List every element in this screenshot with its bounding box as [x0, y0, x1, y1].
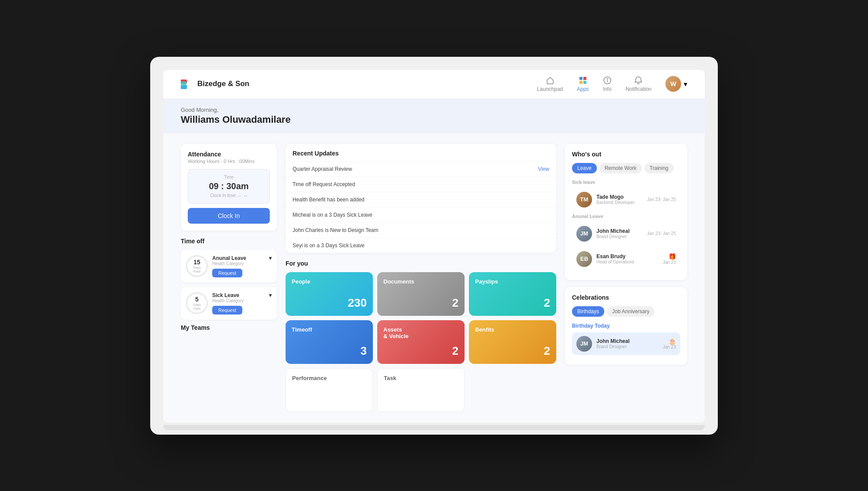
left-column: Attendance Working Hours - 0 Hrs : 00Min… [181, 144, 277, 412]
greeting-name: Williams Oluwadamilare [181, 114, 687, 125]
nav-apps[interactable]: Apps [577, 76, 589, 92]
birthday-today-label: Birthday Today [572, 323, 680, 329]
time-off-title: Time off [181, 238, 277, 245]
tab-training[interactable]: Training [644, 163, 674, 173]
sick-leave-circle: 5 Days Paid [186, 292, 208, 314]
bell-icon [634, 76, 643, 85]
recent-updates-title: Recent Updates [286, 144, 556, 161]
nav-launchpad[interactable]: Launchpad [537, 76, 563, 92]
tab-leave[interactable]: Leave [572, 163, 597, 173]
svg-rect-3 [579, 77, 582, 80]
annual-leave-info: Anunal Leave ▾ Health Category Request [212, 255, 272, 277]
person-tade-mogo: TM Tade Mogo Backend Developer Jan 23- J… [572, 188, 680, 211]
home-icon [546, 76, 555, 85]
update-item-0: Quarter Appraisal Review View [286, 161, 556, 176]
celebrations-card: Celebrations Birthdays Job Anniversary B… [565, 287, 687, 365]
whos-out-title: Who's out [572, 151, 680, 158]
update-item-5: Seyi is on a 3 Days Sick Leave [286, 238, 556, 253]
clock-in-time: Clock In time: -- : -- [193, 193, 264, 198]
sick-leave-info: Sick Leave ▾ Health Category Request [212, 292, 272, 315]
tile-timeoff[interactable]: Timeoff 3 [286, 320, 373, 364]
annual-leave-item: 15 Days Paid Anunal Leave ▾ Health Categ… [181, 250, 277, 283]
update-item-1: Time off Request Accepted [286, 176, 556, 192]
avatar-john-micheal: JM [576, 226, 592, 242]
avatar-birthday-person: JM [576, 336, 592, 352]
clock-in-button[interactable]: Clock In [188, 208, 270, 224]
person-esan-brudy: EB Esan Brudy Head of Operations 🎁 Jan 2… [572, 248, 680, 270]
person-info-tade: Tade Mogo Backend Developer [596, 194, 643, 205]
header: Bizedge & Son Launchpad Apps [163, 70, 705, 99]
tile-documents[interactable]: Documents 2 [377, 272, 465, 316]
person-info-esan: Esan Brudy Head of Operations [596, 253, 658, 264]
sick-leave-section-label: Sick leave [572, 180, 680, 185]
attendance-title: Attendance [188, 151, 270, 158]
svg-point-9 [607, 78, 608, 79]
apps-icon [579, 76, 587, 85]
nav-items: Launchpad Apps [537, 76, 687, 92]
annual-leave-section-label: Anunal Leave [572, 214, 680, 219]
greeting-small: Good Morning, [181, 107, 687, 113]
tab-birthdays[interactable]: Birthdays [572, 306, 604, 317]
chevron-down-icon[interactable]: ▾ [269, 255, 272, 261]
nav-info[interactable]: Info [603, 76, 612, 92]
tile-performance[interactable]: Performance [286, 368, 373, 412]
svg-rect-4 [583, 77, 586, 80]
recent-updates-card: Recent Updates Quarter Appraisal Review … [286, 144, 556, 253]
time-value: 09 : 30am [193, 181, 264, 191]
birthday-cake-icon: 🎂 [663, 338, 676, 345]
nav-notification[interactable]: Notification [626, 76, 651, 92]
annual-leave-name: Anunal Leave ▾ [212, 255, 272, 261]
avatar-esan-brudy: EB [576, 251, 592, 267]
logo-icon [181, 78, 193, 90]
my-teams-title: My Teams [181, 324, 277, 331]
sick-leave-item: 5 Days Paid Sick Leave ▾ Health Category… [181, 287, 277, 320]
sick-leave-request-button[interactable]: Request [212, 306, 242, 315]
birthday-person-info: John Micheal Brand Designer [596, 338, 658, 349]
right-column: Who's out Leave Remote Work Training Sic… [565, 144, 687, 412]
time-label: Time [193, 175, 264, 180]
time-off-section: Time off 15 Days Paid Anunal Leave ▾ [181, 238, 277, 320]
tile-payslips[interactable]: Payslips 2 [469, 272, 556, 316]
whos-out-tabs: Leave Remote Work Training [572, 163, 680, 173]
tile-assets[interactable]: Assets& Vehicle 2 [377, 320, 465, 364]
tab-job-anniversary[interactable]: Job Anniversary [607, 306, 654, 317]
avatar-chevron: ▾ [684, 80, 687, 88]
user-avatar-area[interactable]: W ▾ [665, 76, 687, 92]
for-you-title: For you [286, 260, 556, 267]
chevron-down-icon[interactable]: ▾ [269, 292, 272, 298]
logo-text: Bizedge & Son [197, 80, 249, 88]
greeting-banner: Good Morning, Williams Oluwadamilare [163, 99, 705, 133]
update-item-2: Health Benefit has been added [286, 192, 556, 207]
info-icon [603, 76, 612, 85]
main-content: Attendance Working Hours - 0 Hrs : 00Min… [163, 133, 705, 422]
view-link-0[interactable]: View [538, 166, 549, 172]
tiles-grid: People 230 Documents 2 Payslips 2 [286, 272, 556, 412]
working-hours: Working Hours - 0 Hrs : 00Mins [188, 159, 270, 164]
attendance-card: Attendance Working Hours - 0 Hrs : 00Min… [181, 144, 277, 231]
update-item-4: John Charles is New to Design Team [286, 222, 556, 238]
tile-people[interactable]: People 230 [286, 272, 373, 316]
logo-area: Bizedge & Son [181, 78, 249, 90]
birthday-icon-esan: 🎁 [663, 253, 676, 260]
time-box: Time 09 : 30am Clock In time: -- : -- [188, 169, 270, 204]
annual-leave-circle: 15 Days Paid [186, 255, 208, 277]
update-item-3: Micheal is on a 3 Days Sick Leave [286, 207, 556, 222]
celebrations-title: Celebrations [572, 294, 680, 301]
avatar-tade-mogo: TM [576, 192, 592, 207]
person-info-john: John Micheal Brand Designer [596, 228, 643, 239]
svg-rect-6 [583, 81, 586, 84]
svg-rect-5 [579, 81, 582, 84]
for-you-section: For you People 230 Documents 2 [286, 260, 556, 412]
tile-benefits[interactable]: Benfits 2 [469, 320, 556, 364]
avatar: W [665, 76, 681, 92]
tile-task[interactable]: Task [377, 368, 465, 412]
annual-leave-request-button[interactable]: Request [212, 269, 242, 277]
person-john-micheal: JM John Micheal Brand Designer Jan 23- J… [572, 222, 680, 245]
whos-out-card: Who's out Leave Remote Work Training Sic… [565, 144, 687, 280]
middle-column: Recent Updates Quarter Appraisal Review … [286, 144, 556, 412]
celebrations-tabs: Birthdays Job Anniversary [572, 306, 680, 317]
tab-remote-work[interactable]: Remote Work [599, 163, 642, 173]
birthday-person-row: JM John Micheal Brand Designer 🎂 Jan 23 [572, 332, 680, 355]
sick-leave-name: Sick Leave ▾ [212, 292, 272, 298]
